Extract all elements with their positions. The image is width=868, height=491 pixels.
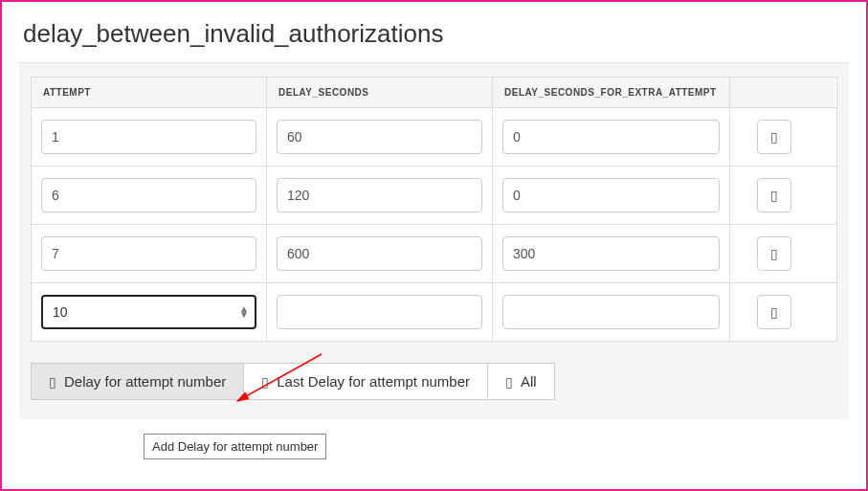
cell-action: ▯ xyxy=(730,225,835,282)
delete-row-button[interactable]: ▯ xyxy=(757,178,791,212)
header-delay-seconds: DELAY_SECONDS xyxy=(267,78,493,107)
cell-delay-seconds xyxy=(267,225,493,282)
page-title: delay_between_invalid_authorizations xyxy=(23,19,849,49)
delay-seconds-extra-input[interactable] xyxy=(502,295,720,329)
table-row: ▯ xyxy=(32,167,836,225)
cell-attempt xyxy=(32,167,267,224)
cell-attempt: ▲▼ xyxy=(32,283,267,341)
cell-delay-seconds-extra xyxy=(493,225,730,282)
delete-row-button[interactable]: ▯ xyxy=(757,236,791,271)
table-row: ▯ xyxy=(32,225,836,283)
delay-for-attempt-button[interactable]: ▯ Delay for attempt number xyxy=(31,363,244,400)
delete-row-button[interactable]: ▯ xyxy=(757,295,791,329)
delay-seconds-extra-input[interactable] xyxy=(502,236,720,271)
delay-seconds-input[interactable] xyxy=(277,178,482,212)
cell-delay-seconds-extra xyxy=(493,283,730,341)
table-row: ▯ xyxy=(32,108,836,167)
last-delay-for-attempt-button[interactable]: ▯ Last Delay for attempt number xyxy=(244,363,488,400)
trash-icon: ▯ xyxy=(770,188,778,203)
delay-seconds-extra-input[interactable] xyxy=(502,178,720,212)
all-button[interactable]: ▯ All xyxy=(488,363,555,400)
plus-icon: ▯ xyxy=(261,374,269,390)
cell-attempt xyxy=(32,225,267,282)
cell-action: ▯ xyxy=(730,283,835,341)
button-label: All xyxy=(521,373,537,390)
delay-seconds-input[interactable] xyxy=(277,236,482,271)
delay-table: ATTEMPT DELAY_SECONDS DELAY_SECONDS_FOR_… xyxy=(31,77,837,342)
plus-icon: ▯ xyxy=(505,374,513,390)
cell-action: ▯ xyxy=(730,167,835,224)
cell-delay-seconds-extra xyxy=(493,167,730,224)
attempt-input[interactable] xyxy=(41,295,256,329)
trash-icon: ▯ xyxy=(770,304,778,320)
delay-seconds-extra-input[interactable] xyxy=(502,120,720,154)
header-delay-seconds-extra: DELAY_SECONDS_FOR_EXTRA_ATTEMPT xyxy=(493,78,730,107)
cell-delay-seconds xyxy=(267,167,493,224)
delete-row-button[interactable]: ▯ xyxy=(757,120,791,154)
attempt-input[interactable] xyxy=(41,236,256,271)
table-row: ▲▼▯ xyxy=(32,283,836,341)
attempt-input[interactable] xyxy=(41,120,256,154)
cell-delay-seconds-extra xyxy=(493,108,730,166)
button-label: Delay for attempt number xyxy=(64,373,226,390)
delay-seconds-input[interactable] xyxy=(277,295,482,329)
trash-icon: ▯ xyxy=(770,129,778,145)
trash-icon: ▯ xyxy=(770,246,778,261)
content-area: ATTEMPT DELAY_SECONDS DELAY_SECONDS_FOR_… xyxy=(19,62,849,419)
cell-action: ▯ xyxy=(730,108,835,166)
table-header-row: ATTEMPT DELAY_SECONDS DELAY_SECONDS_FOR_… xyxy=(32,78,836,108)
header-attempt: ATTEMPT xyxy=(32,78,267,107)
button-label: Last Delay for attempt number xyxy=(277,373,470,390)
cell-delay-seconds xyxy=(267,283,493,341)
cell-attempt xyxy=(32,108,267,166)
delay-seconds-input[interactable] xyxy=(277,120,482,154)
attempt-input[interactable] xyxy=(41,178,256,212)
button-bar: ▯ Delay for attempt number ▯ Last Delay … xyxy=(31,363,837,400)
plus-icon: ▯ xyxy=(49,374,56,390)
header-action xyxy=(730,78,835,107)
cell-delay-seconds xyxy=(267,108,493,166)
tooltip: Add Delay for attempt number xyxy=(144,434,326,459)
